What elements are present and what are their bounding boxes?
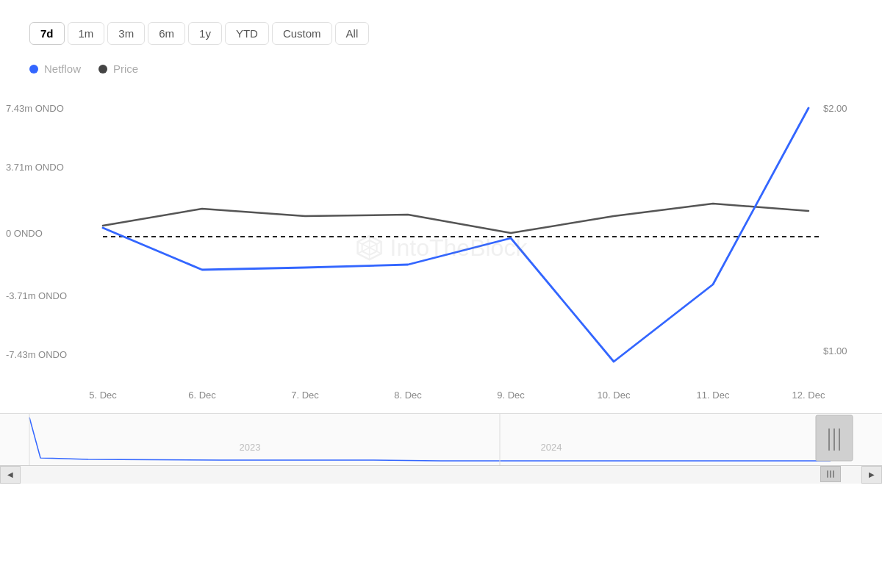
btn-7d[interactable]: 7d (29, 22, 65, 45)
svg-text:-7.43m ONDO: -7.43m ONDO (6, 349, 67, 360)
svg-text:5. Dec: 5. Dec (89, 390, 117, 401)
scrollbar[interactable]: ◀ ▶ (0, 465, 882, 483)
main-container: 7d 1m 3m 6m 1y YTD Custom All Netflow Pr… (0, 0, 882, 588)
mini-chart-area: 2023 2024 ◀ (0, 413, 882, 479)
svg-text:6. Dec: 6. Dec (188, 390, 216, 401)
svg-text:3.71m ONDO: 3.71m ONDO (6, 162, 64, 173)
time-range-buttons: 7d 1m 3m 6m 1y YTD Custom All (0, 15, 882, 57)
price-label: Price (113, 62, 138, 75)
btn-all[interactable]: All (335, 22, 370, 45)
chart-legend: Netflow Price (0, 57, 882, 90)
grip-line-3 (833, 470, 834, 478)
svg-text:2024: 2024 (541, 442, 562, 453)
btn-ytd[interactable]: YTD (225, 22, 269, 45)
svg-text:11. Dec: 11. Dec (697, 390, 730, 401)
btn-custom[interactable]: Custom (272, 22, 332, 45)
netflow-dot (29, 65, 38, 74)
scroll-thumb[interactable] (820, 466, 841, 482)
chart-svg: 7.43m ONDO 3.71m ONDO 0 ONDO -3.71m ONDO… (0, 90, 853, 406)
scroll-left[interactable]: ◀ (0, 466, 21, 484)
scroll-thumb-grip (827, 470, 834, 478)
btn-6m[interactable]: 6m (148, 22, 185, 45)
legend-price: Price (98, 62, 138, 75)
price-dot (98, 65, 107, 74)
svg-text:7.43m ONDO: 7.43m ONDO (6, 103, 64, 114)
scroll-right[interactable]: ▶ (861, 466, 882, 484)
netflow-label: Netflow (44, 62, 81, 75)
btn-3m[interactable]: 3m (107, 22, 145, 45)
btn-1m[interactable]: 1m (68, 22, 105, 45)
svg-text:7. Dec: 7. Dec (291, 390, 319, 401)
btn-1y[interactable]: 1y (188, 22, 222, 45)
svg-rect-21 (0, 414, 882, 465)
mini-chart-svg: 2023 2024 (0, 414, 882, 465)
svg-text:12. Dec: 12. Dec (792, 390, 825, 401)
svg-text:$2.00: $2.00 (823, 103, 847, 114)
svg-text:9. Dec: 9. Dec (497, 390, 525, 401)
legend-netflow: Netflow (29, 62, 81, 75)
svg-text:-3.71m ONDO: -3.71m ONDO (6, 290, 67, 301)
grip-line-2 (830, 470, 831, 478)
scroll-track[interactable] (21, 466, 861, 484)
svg-text:2023: 2023 (240, 442, 261, 453)
svg-text:0 ONDO: 0 ONDO (6, 228, 43, 239)
grip-line-1 (827, 470, 828, 478)
main-chart: IntoTheBlock 7.43m ONDO 3.71m ONDO 0 OND… (0, 90, 882, 406)
svg-text:10. Dec: 10. Dec (598, 390, 631, 401)
svg-text:8. Dec: 8. Dec (394, 390, 422, 401)
svg-text:$1.00: $1.00 (823, 345, 847, 356)
